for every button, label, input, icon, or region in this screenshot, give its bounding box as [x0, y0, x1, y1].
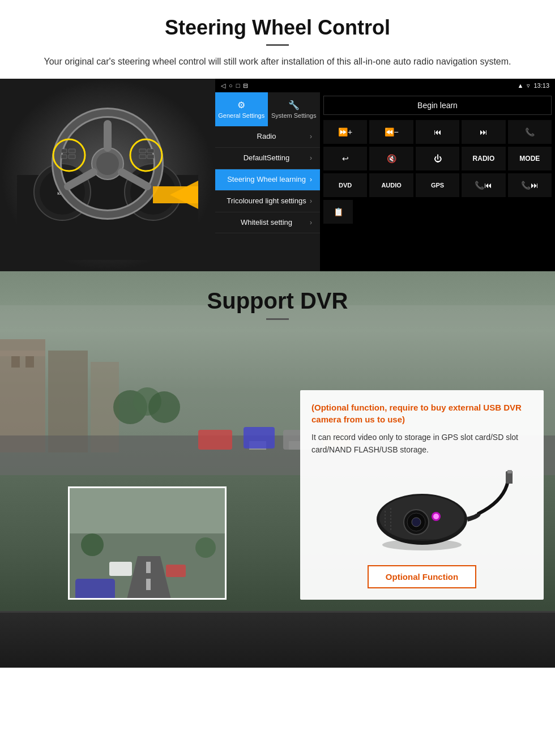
dvr-divider [266, 318, 289, 320]
left-menu: ⚙ General Settings 🔧 System Settings Rad… [215, 92, 320, 271]
menu-item-steering-label: Steering Wheel learning [223, 175, 310, 185]
svg-rect-20 [139, 155, 146, 159]
menu-item-radio[interactable]: Radio › [215, 126, 320, 148]
android-content: ⚙ General Settings 🔧 System Settings Rad… [215, 92, 555, 271]
prev-button[interactable]: ⏮ [416, 120, 459, 144]
svg-rect-29 [25, 356, 34, 368]
dvr-camera-svg [331, 468, 513, 553]
control-row-3: DVD AUDIO GPS 📞⏮ 📞⏭ [323, 173, 552, 197]
tab-general-settings[interactable]: ⚙ General Settings [215, 92, 268, 126]
steering-photo-bg: km/h [0, 79, 215, 271]
svg-rect-19 [139, 149, 146, 153]
dvr-description: It can record video only to storage in G… [311, 431, 532, 456]
dvr-title-overlay: Support DVR [0, 271, 555, 320]
begin-learn-button[interactable]: Begin learn [323, 96, 552, 115]
svg-rect-47 [109, 562, 132, 576]
signal-icon: ▲ [518, 82, 524, 89]
menu-item-radio-label: Radio [223, 132, 310, 142]
svg-point-58 [412, 518, 421, 527]
steering-description: Your original car's steering wheel contr… [40, 55, 515, 69]
dvr-section: Support DVR [0, 271, 555, 668]
dvr-info-card: (Optional function, require to buy exter… [300, 390, 544, 600]
svg-rect-17 [69, 149, 75, 153]
svg-point-60 [433, 514, 439, 519]
right-controls: Begin learn ⏩+ ⏪− ⏮ ⏭ 📞 ↩ 🔇 ⏻ RADIO MODE [320, 92, 555, 271]
wifi-icon: ▿ [527, 82, 530, 89]
mode-button[interactable]: MODE [508, 147, 552, 170]
dvr-camera-image [311, 465, 532, 556]
chevron-right-icon-4: › [310, 197, 312, 205]
system-icon: 🔧 [288, 100, 300, 110]
phone-button[interactable]: 📞 [508, 120, 552, 144]
dvr-background: Support DVR [0, 271, 555, 668]
radio-button[interactable]: RADIO [462, 147, 505, 170]
nav-menu-icon: ⊟ [243, 82, 248, 89]
optional-function-button[interactable]: Optional Function [368, 565, 476, 588]
dvd-button[interactable]: DVD [323, 173, 367, 197]
svg-rect-24 [153, 186, 198, 203]
svg-point-49 [81, 533, 104, 556]
menu-item-whitelist-label: Whitelist setting [223, 218, 310, 228]
power-button[interactable]: ⏻ [416, 147, 459, 170]
car-dashboard [0, 611, 555, 668]
tab-system-label: System Settings [271, 112, 316, 119]
chevron-right-icon-5: › [310, 219, 312, 227]
chevron-right-icon: › [310, 133, 312, 140]
svg-rect-16 [61, 155, 67, 159]
mute-button[interactable]: 🔇 [369, 147, 413, 170]
steering-wheel-svg: km/h [17, 90, 198, 260]
menu-item-default[interactable]: DefaultSetting › [215, 148, 320, 169]
svg-point-63 [382, 539, 462, 550]
svg-rect-38 [198, 430, 232, 450]
status-bar: ◁ ○ □ ⊟ ▲ ▿ 13:13 [215, 79, 555, 92]
dvr-preview-box [68, 486, 227, 600]
next-button[interactable]: ⏭ [462, 120, 505, 144]
steering-section: Steering Wheel Control Your original car… [0, 0, 555, 69]
android-panel: ◁ ○ □ ⊟ ▲ ▿ 13:13 ⚙ General Settings 🔧 [215, 79, 555, 271]
svg-rect-15 [61, 149, 67, 153]
svg-rect-53 [507, 470, 512, 473]
svg-rect-21 [147, 149, 154, 153]
svg-point-50 [195, 537, 216, 558]
back-button[interactable]: ↩ [323, 147, 367, 170]
title-divider [266, 44, 289, 46]
svg-rect-45 [146, 562, 151, 573]
status-time: 13:13 [533, 82, 549, 89]
menu-item-whitelist[interactable]: Whitelist setting › [215, 212, 320, 234]
svg-point-34 [148, 391, 180, 423]
svg-point-9 [96, 152, 119, 175]
phone-next-button[interactable]: 📞⏭ [508, 173, 552, 197]
extra-button[interactable]: 📋 [323, 200, 353, 224]
svg-rect-27 [0, 351, 45, 356]
svg-rect-48 [166, 565, 186, 577]
vol-down-button[interactable]: ⏪− [369, 120, 413, 144]
optional-text: (Optional function, require to buy exter… [311, 402, 532, 425]
svg-rect-39 [244, 427, 275, 449]
steering-demo: km/h [0, 79, 555, 271]
steering-title: Steering Wheel Control [23, 16, 532, 40]
nav-back-icon: ◁ [221, 82, 225, 89]
steering-photo: km/h [0, 79, 215, 271]
chevron-right-icon-3: › [310, 176, 312, 183]
control-row-4: 📋 [323, 200, 552, 224]
nav-home-icon: ○ [229, 82, 233, 89]
tab-system-settings[interactable]: 🔧 System Settings [268, 92, 321, 126]
phone-prev-button[interactable]: 📞⏮ [462, 173, 505, 197]
chevron-right-icon-2: › [310, 154, 312, 162]
svg-rect-22 [147, 155, 154, 159]
gear-icon: ⚙ [237, 100, 245, 110]
gps-button[interactable]: GPS [416, 173, 459, 197]
nav-square-icon: □ [236, 82, 240, 89]
menu-item-tricolour[interactable]: Tricoloured light settings › [215, 191, 320, 212]
menu-items: Radio › DefaultSetting › Steering Wheel … [215, 126, 320, 271]
vol-up-button[interactable]: ⏩+ [323, 120, 367, 144]
dvr-preview-inner [70, 488, 225, 598]
svg-rect-51 [75, 579, 115, 600]
tab-header: ⚙ General Settings 🔧 System Settings [215, 92, 320, 126]
audio-button[interactable]: AUDIO [369, 173, 413, 197]
menu-item-steering[interactable]: Steering Wheel learning › [215, 169, 320, 191]
begin-learn-row: Begin learn [323, 96, 552, 115]
control-row-2: ↩ 🔇 ⏻ RADIO MODE [323, 147, 552, 170]
dvr-preview-svg [70, 488, 227, 600]
menu-item-tricolour-label: Tricoloured light settings [223, 197, 310, 206]
